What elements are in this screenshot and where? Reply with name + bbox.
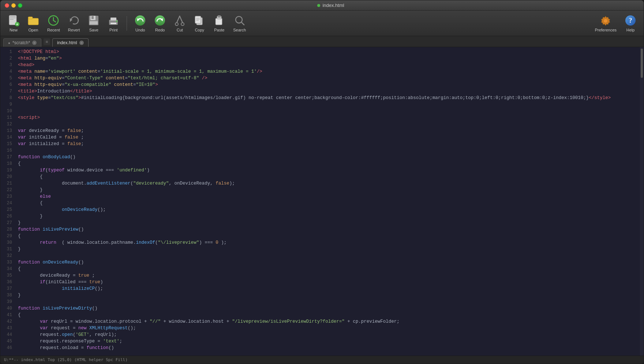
code-line: request.open('GET', reqUrl); xyxy=(18,331,637,338)
line-number: 3 xyxy=(0,62,15,68)
titlebar: index.html xyxy=(0,0,644,11)
code-content[interactable]: <!DOCTYPE html><html lang="en"><head><me… xyxy=(15,47,640,356)
open-icon xyxy=(27,15,39,26)
code-line xyxy=(18,147,637,154)
statusbar-text: U:**-- index.html Top (25,0) (HTML helpe… xyxy=(4,357,128,362)
svg-line-10 xyxy=(53,20,56,22)
code-line: document.addEventListener("deviceready",… xyxy=(18,180,637,187)
open-button[interactable]: Open xyxy=(24,12,43,34)
code-line: { xyxy=(18,233,637,239)
preferences-button[interactable]: Preferences xyxy=(591,12,620,34)
undo-button[interactable]: Undo xyxy=(131,12,150,34)
line-number: 5 xyxy=(0,75,15,81)
print-button[interactable]: Print xyxy=(104,12,123,34)
code-line: <meta name='viewport' content='initial-s… xyxy=(18,68,637,75)
recent-button[interactable]: Recent xyxy=(44,12,64,34)
help-button[interactable]: ? Help xyxy=(621,12,640,34)
new-button[interactable]: + New xyxy=(4,12,23,34)
tab-scratch[interactable]: ● *scratch* × xyxy=(3,38,41,47)
revert-button[interactable]: Revert xyxy=(64,12,83,34)
new-label: New xyxy=(10,28,18,32)
line-number: 28 xyxy=(0,226,15,233)
code-line xyxy=(18,299,637,305)
line-number: 6 xyxy=(0,81,15,88)
code-line xyxy=(18,253,637,259)
code-line: } xyxy=(18,213,637,220)
code-line: <meta http-equiv="Content-Type" content=… xyxy=(18,75,637,81)
add-tab-button[interactable]: ≡ xyxy=(44,38,50,45)
cut-button[interactable]: Cut xyxy=(170,12,189,34)
line-number: 22 xyxy=(0,187,15,193)
line-number: 26 xyxy=(0,213,15,220)
svg-rect-18 xyxy=(111,23,116,24)
line-number: 8 xyxy=(0,95,15,101)
tab-index-html[interactable]: index.html × xyxy=(52,38,89,47)
separator-1 xyxy=(127,16,127,31)
line-number: 39 xyxy=(0,299,15,305)
cut-icon xyxy=(174,15,186,26)
svg-rect-14 xyxy=(91,16,94,19)
paste-button[interactable]: Paste xyxy=(210,12,229,34)
code-line: function onDeviceReady() xyxy=(18,259,637,266)
code-line: return ( window.location.pathname.indexO… xyxy=(18,239,637,246)
line-number: 35 xyxy=(0,272,15,279)
line-number: 45 xyxy=(0,338,15,345)
preferences-icon xyxy=(600,15,611,26)
code-line: <!DOCTYPE html> xyxy=(18,49,637,55)
line-number: 31 xyxy=(0,246,15,253)
line-number: 42 xyxy=(0,318,15,325)
tabs-bar: ● *scratch* × ≡ index.html × xyxy=(0,36,644,47)
toolbar-file-group: + New Open xyxy=(4,12,123,34)
save-button[interactable]: Save xyxy=(84,12,103,34)
code-line: <title>Introduction</title> xyxy=(18,88,637,95)
line-number: 14 xyxy=(0,134,15,141)
minimize-button[interactable] xyxy=(11,3,16,8)
svg-point-22 xyxy=(155,15,165,26)
line-number: 19 xyxy=(0,167,15,174)
toolbar-right-group: Preferences ? Help xyxy=(591,12,640,34)
index-html-tab-close[interactable]: × xyxy=(79,41,84,45)
line-number: 43 xyxy=(0,325,15,331)
code-line: deviceReady = true ; xyxy=(18,272,637,279)
recent-label: Recent xyxy=(47,28,60,32)
line-number: 1 xyxy=(0,49,15,55)
code-line: { xyxy=(18,200,637,206)
code-line: var request = new XMLHttpRequest(); xyxy=(18,325,637,331)
code-line: { xyxy=(18,174,637,180)
scratch-tab-close[interactable]: × xyxy=(32,41,37,45)
line-number: 34 xyxy=(0,266,15,272)
paste-icon xyxy=(213,15,225,26)
redo-icon xyxy=(154,15,166,26)
line-number: 11 xyxy=(0,114,15,121)
line-number: 30 xyxy=(0,239,15,246)
code-line: } xyxy=(18,292,637,299)
code-line: var initialized = false; xyxy=(18,141,637,147)
svg-rect-33 xyxy=(216,18,222,25)
code-line xyxy=(18,121,637,128)
save-icon xyxy=(88,15,100,26)
code-line: initializeCP(); xyxy=(18,285,637,292)
scrollbar[interactable] xyxy=(640,47,644,356)
code-line: var reqUrl = window.location.protocol + … xyxy=(18,318,637,325)
toolbar: + New Open xyxy=(0,11,644,36)
line-number: 9 xyxy=(0,101,15,108)
svg-point-38 xyxy=(604,19,607,23)
maximize-button[interactable] xyxy=(18,3,22,8)
redo-button[interactable]: Redo xyxy=(150,12,169,34)
line-number: 18 xyxy=(0,160,15,167)
paste-label: Paste xyxy=(214,28,224,32)
open-label: Open xyxy=(29,28,38,32)
copy-label: Copy xyxy=(195,28,204,32)
line-numbers: 1234567891011121314151617181920212223242… xyxy=(0,47,15,356)
code-line: function isLivePreviewDirty() xyxy=(18,305,637,312)
close-button[interactable] xyxy=(5,3,9,8)
scrollbar-thumb[interactable] xyxy=(641,49,643,78)
line-number: 12 xyxy=(0,121,15,128)
search-button[interactable]: Search xyxy=(229,12,250,34)
code-line: else xyxy=(18,193,637,200)
line-number: 40 xyxy=(0,305,15,312)
toolbar-edit-group: Undo Red xyxy=(131,12,250,34)
copy-button[interactable]: Copy xyxy=(190,12,209,34)
svg-rect-7 xyxy=(28,17,33,19)
svg-text:?: ? xyxy=(629,17,632,24)
